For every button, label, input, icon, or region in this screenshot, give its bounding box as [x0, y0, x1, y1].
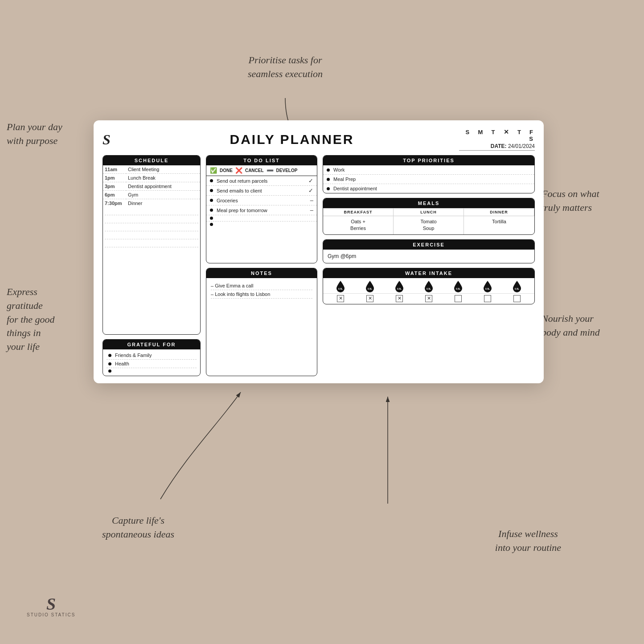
notes-header: NOTES	[206, 268, 317, 278]
planner-title: DAILY PLANNER	[125, 132, 459, 147]
grateful-item: Health	[107, 360, 197, 368]
schedule-empty-1	[105, 207, 198, 215]
priority-item: Work	[323, 165, 534, 175]
drop-icon: 0.5L	[453, 280, 463, 292]
water-checkbox[interactable]: ✕	[337, 295, 344, 302]
priority-text: Dentist appointment	[333, 186, 377, 191]
bullet-icon	[108, 362, 111, 365]
schedule-row: 11amClient Meeting	[103, 165, 200, 174]
water-checkboxes: ✕✕✕✕	[323, 294, 534, 304]
schedule-empty-2	[105, 215, 198, 223]
water-checkbox[interactable]	[484, 295, 491, 302]
schedule-event: Dentist appointment	[126, 182, 200, 191]
bullet-icon	[108, 369, 111, 373]
meal-col-header: LUNCH	[394, 209, 464, 216]
drop-icon: 0.5L	[424, 280, 434, 292]
water-drop: 0.5L	[483, 280, 492, 292]
schedule-time: 3pm	[103, 182, 126, 191]
date-display: DATE: 24/01/2024	[459, 143, 535, 151]
meal-col-header: BREAKFAST	[323, 209, 394, 216]
meal-col-header: DINNER	[464, 209, 534, 216]
exercise-section: EXERCISE Gym @6pm	[323, 239, 535, 263]
priority-bullet	[327, 178, 330, 181]
schedule-table: 11amClient Meeting1pmLunch Break3pmDenti…	[103, 165, 200, 207]
annotation-bottom-right: Infuse wellness into your routine	[470, 527, 586, 555]
priority-item: Dentist appointment	[323, 184, 534, 193]
priority-text: Meal Prep	[333, 176, 356, 182]
water-drop: 0.5L	[394, 280, 404, 292]
todo-legend: ✅ DONE ❌ CANCEL ➖ DEVELOP	[206, 165, 317, 176]
legend-done-icon: ✅	[210, 167, 217, 174]
water-drop: 0.5L	[336, 280, 345, 292]
schedule-row: 6pmGym	[103, 191, 200, 199]
annotation-right-lower: Nourish your body and mind	[541, 312, 635, 340]
todo-item: Send out return parcels✓	[206, 176, 317, 186]
bullet-icon	[108, 354, 111, 357]
water-drop: 0.5L	[424, 280, 434, 292]
todo-status: –	[310, 207, 313, 213]
drop-icon: 0.5L	[394, 280, 404, 292]
mid-column: TO DO LIST ✅ DONE ❌ CANCEL ➖ DEVELOP Sen…	[206, 155, 317, 376]
meals-header: MEALS	[323, 198, 534, 208]
svg-text:0.5L: 0.5L	[397, 287, 402, 290]
bottom-logo-letter: S	[27, 595, 75, 612]
legend-develop-label: DEVELOP	[276, 168, 298, 173]
exercise-body: Gym @6pm	[323, 250, 534, 263]
water-checkbox[interactable]: ✕	[396, 295, 403, 302]
annotation-bottom-left: Capture life's spontaneous ideas	[85, 514, 192, 541]
todo-item: Groceries–	[206, 196, 317, 205]
todo-bullet	[210, 189, 213, 192]
svg-text:0.5L: 0.5L	[485, 287, 490, 290]
annotation-top-center: Prioritise tasks for seamless execution	[218, 53, 352, 81]
todo-bullet	[210, 217, 213, 220]
notes-body: – Give Emma a call– Look into flights to…	[206, 278, 317, 340]
bottom-logo-text: STUDIO STATICS	[27, 612, 75, 617]
water-checkbox[interactable]	[455, 295, 462, 302]
right-column: TOP PRIORITIES WorkMeal PrepDentist appo…	[323, 155, 535, 376]
water-checkbox[interactable]	[513, 295, 521, 302]
todo-text: Meal prep for tomorrow	[217, 208, 310, 213]
logo: S	[103, 131, 125, 148]
schedule-event: Lunch Break	[126, 174, 200, 182]
grateful-item: Friends & Family	[107, 351, 197, 360]
schedule-section: SCHEDULE 11amClient Meeting1pmLunch Brea…	[103, 155, 201, 335]
top-priorities-section: TOP PRIORITIES WorkMeal PrepDentist appo…	[323, 155, 535, 193]
top-priorities-header: TOP PRIORITIES	[323, 156, 534, 165]
water-checkbox[interactable]: ✕	[366, 295, 373, 302]
todo-bullet	[210, 179, 213, 182]
todo-status: ✓	[308, 177, 313, 184]
water-checkbox[interactable]: ✕	[425, 295, 432, 302]
todo-text: Groceries	[217, 198, 310, 203]
grateful-text: Friends & Family	[115, 353, 152, 358]
todo-bullet	[210, 209, 213, 212]
drop-icon: 0.5L	[365, 280, 375, 292]
water-header: WATER INTAKE	[323, 268, 534, 278]
todo-bullet	[210, 223, 213, 226]
priorities-body: WorkMeal PrepDentist appointment	[323, 165, 534, 193]
schedule-event: Client Meeting	[126, 165, 200, 174]
meal-cell: Tortilla	[464, 216, 534, 234]
annotation-top-left: Plan your day with purpose	[7, 120, 96, 148]
schedule-time: 11am	[103, 165, 126, 174]
water-drop: 0.5L	[365, 280, 375, 292]
todo-item: Send emails to client✓	[206, 186, 317, 196]
bottom-logo: S STUDIO STATICS	[27, 595, 75, 617]
schedule-body: 11amClient Meeting1pmLunch Break3pmDenti…	[103, 165, 200, 247]
schedule-event: Gym	[126, 191, 200, 199]
water-drop: 0.5L	[512, 280, 522, 292]
legend-done-label: DONE	[220, 168, 233, 173]
schedule-empty-5	[105, 239, 198, 247]
priority-item: Meal Prep	[323, 175, 534, 184]
legend-develop-icon: ➖	[267, 167, 274, 174]
svg-text:0.5L: 0.5L	[338, 287, 343, 290]
todo-header: TO DO LIST	[206, 156, 317, 165]
left-column: SCHEDULE 11amClient Meeting1pmLunch Brea…	[103, 155, 201, 376]
schedule-row: 7:30pmDinner	[103, 199, 200, 208]
schedule-time: 7:30pm	[103, 199, 126, 208]
note-line: – Look into flights to Lisbon	[211, 290, 312, 299]
todo-item: Meal prep for tomorrow–	[206, 205, 317, 215]
priority-bullet	[327, 187, 330, 190]
grateful-body: Friends & FamilyHealth	[103, 349, 200, 376]
schedule-time: 1pm	[103, 174, 126, 182]
grateful-text: Health	[115, 361, 129, 366]
